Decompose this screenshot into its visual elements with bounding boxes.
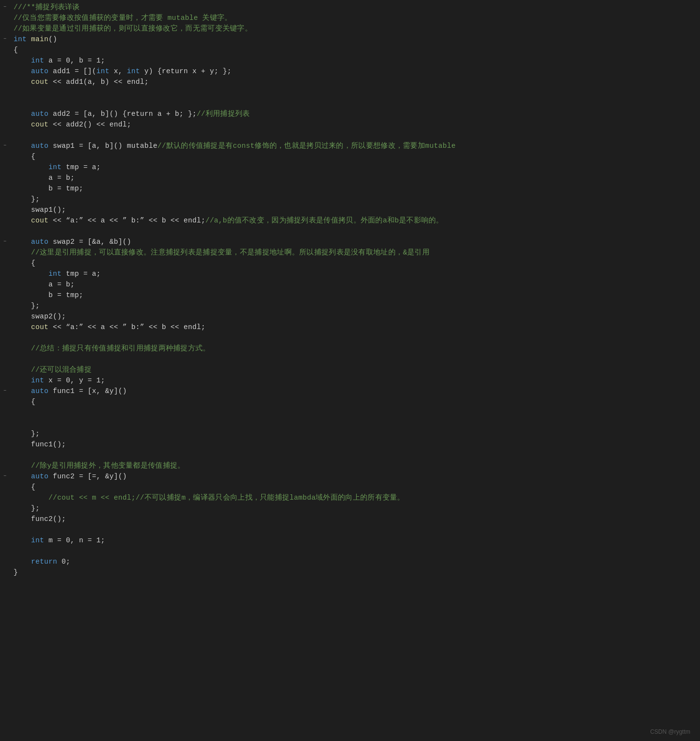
line-41: }; xyxy=(0,428,700,439)
line-content-42: func1(); xyxy=(10,439,700,450)
token-keyword: int xyxy=(96,66,110,77)
fold-gutter-45[interactable]: − xyxy=(0,471,10,482)
token-plain: swap1(); xyxy=(14,205,66,215)
line-content-35: //还可以混合捕捉 xyxy=(10,364,700,375)
line-content-27: a = b; xyxy=(10,279,700,290)
token-function: cout xyxy=(31,215,48,226)
token-comment: //仅当您需要修改按值捕获的变量时，才需要 mutable 关键字。 xyxy=(14,13,232,23)
token-keyword: int xyxy=(48,268,62,279)
line-content-1: ///**捕捉列表详谈 xyxy=(10,2,700,13)
fold-gutter-1[interactable]: − xyxy=(0,2,10,13)
line-content-14: auto swap1 = [a, b]() mutable//默认的传值捕捉是有… xyxy=(10,141,700,151)
line-content-47: //cout << m << endl;//不可以捕捉m，编译器只会向上找，只能… xyxy=(10,492,700,503)
token-keyword: int xyxy=(127,66,140,77)
token-keyword: int xyxy=(31,375,44,386)
line-45: − auto func2 = [=, &y]() xyxy=(0,471,700,482)
line-content-54: } xyxy=(10,567,700,578)
token-plain: tmp = a; xyxy=(62,162,101,173)
line-44: //除y是引用捕捉外，其他变量都是传值捕捉。 xyxy=(0,460,700,471)
token-plain: func1(); xyxy=(14,439,66,450)
line-39 xyxy=(0,407,700,418)
line-52 xyxy=(0,546,700,556)
line-27: a = b; xyxy=(0,279,700,290)
line-content-4: int main() xyxy=(10,34,700,45)
line-9 xyxy=(0,87,700,98)
token-plain xyxy=(14,322,31,332)
token-plain xyxy=(14,119,31,130)
token-plain: a = b; xyxy=(14,279,75,290)
token-function: main xyxy=(31,34,48,45)
token-plain xyxy=(14,386,31,396)
line-content-53: return 0; xyxy=(10,556,700,567)
line-content-46: { xyxy=(10,482,700,492)
token-plain: 0; xyxy=(57,556,70,567)
line-content-3: //如果变量是通过引用捕获的，则可以直接修改它，而无需可变关键字。 xyxy=(10,23,700,34)
line-content-23: auto swap2 = [&a, &b]() xyxy=(10,236,700,247)
token-plain: { xyxy=(14,258,35,268)
line-content-7: auto add1 = [](int x, int y) {return x +… xyxy=(10,66,700,77)
fold-gutter-23[interactable]: − xyxy=(0,236,10,247)
token-plain: { xyxy=(14,396,35,407)
token-plain xyxy=(14,77,31,87)
token-keyword: auto xyxy=(31,109,48,119)
token-comment: //这里是引用捕捉，可以直接修改。注意捕捉列表是捕捉变量，不是捕捉地址啊。所以捕… xyxy=(31,247,430,258)
line-46: { xyxy=(0,482,700,492)
token-keyword: int xyxy=(31,535,44,546)
line-content-6: int a = 0, b = 1; xyxy=(10,55,700,66)
line-49: func2(); xyxy=(0,514,700,524)
line-content-36: int x = 0, y = 1; xyxy=(10,375,700,386)
token-plain xyxy=(14,556,31,567)
token-plain: { xyxy=(14,482,35,492)
line-51: int m = 0, n = 1; xyxy=(0,535,700,546)
token-plain: << add2() << endl; xyxy=(48,119,131,130)
token-plain: << add1(a, b) << endl; xyxy=(48,77,149,87)
token-plain xyxy=(14,162,48,173)
token-plain: tmp = a; xyxy=(62,268,101,279)
line-32 xyxy=(0,332,700,343)
token-plain xyxy=(14,268,48,279)
line-content-44: //除y是引用捕捉外，其他变量都是传值捕捉。 xyxy=(10,460,700,471)
fold-gutter-37[interactable]: − xyxy=(0,386,10,396)
line-34 xyxy=(0,354,700,364)
token-plain: } xyxy=(14,567,18,578)
line-28: b = tmp; xyxy=(0,290,700,300)
token-function: cout xyxy=(31,77,48,87)
token-comment: //默认的传值捕捉是有const修饰的，也就是拷贝过来的，所以要想修改，需要加m… xyxy=(158,141,456,151)
line-content-48: }; xyxy=(10,503,700,514)
token-plain xyxy=(14,492,48,503)
fold-gutter-4[interactable]: − xyxy=(0,34,10,45)
token-plain xyxy=(14,236,31,247)
line-23: − auto swap2 = [&a, &b]() xyxy=(0,236,700,247)
line-4: −int main() xyxy=(0,34,700,45)
line-content-5: { xyxy=(10,45,700,55)
code-area: −///**捕捉列表详谈//仅当您需要修改按值捕获的变量时，才需要 mutabl… xyxy=(0,0,700,580)
line-21: cout << “a:” << a << ” b:” << b << endl;… xyxy=(0,215,700,226)
line-1: −///**捕捉列表详谈 xyxy=(0,2,700,13)
line-15: { xyxy=(0,151,700,162)
token-keyword: auto xyxy=(31,141,48,151)
line-47: //cout << m << endl;//不可以捕捉m，编译器只会向上找，只能… xyxy=(0,492,700,503)
line-14: − auto swap1 = [a, b]() mutable//默认的传值捕捉… xyxy=(0,141,700,151)
line-33: //总结：捕捉只有传值捕捉和引用捕捉两种捕捉方式。 xyxy=(0,343,700,354)
token-comment: //如果变量是通过引用捕获的，则可以直接修改它，而无需可变关键字。 xyxy=(14,23,252,34)
line-17: a = b; xyxy=(0,173,700,183)
fold-gutter-14[interactable]: − xyxy=(0,141,10,151)
line-content-28: b = tmp; xyxy=(10,290,700,300)
line-10 xyxy=(0,98,700,109)
line-content-19: }; xyxy=(10,194,700,205)
line-3: //如果变量是通过引用捕获的，则可以直接修改它，而无需可变关键字。 xyxy=(0,23,700,34)
token-plain xyxy=(27,34,31,45)
token-plain xyxy=(14,364,31,375)
token-plain: swap1 = [a, b]() mutable xyxy=(48,141,158,151)
token-keyword: int xyxy=(48,162,62,173)
line-8: cout << add1(a, b) << endl; xyxy=(0,77,700,87)
token-keyword: auto xyxy=(31,386,48,396)
line-content-16: int tmp = a; xyxy=(10,162,700,173)
token-plain: add1 = []( xyxy=(48,66,96,77)
line-content-51: int m = 0, n = 1; xyxy=(10,535,700,546)
line-content-41: }; xyxy=(10,428,700,439)
token-plain xyxy=(14,535,31,546)
token-plain: }; xyxy=(14,428,40,439)
token-keyword: auto xyxy=(31,471,48,482)
watermark: CSDN @rygttm xyxy=(650,728,690,735)
